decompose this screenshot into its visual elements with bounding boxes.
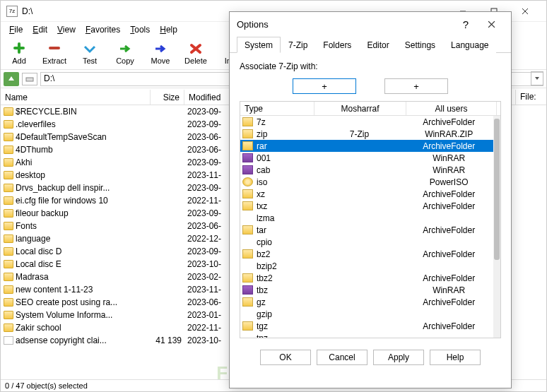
assoc-row[interactable]: gzArchiveFolder — [240, 296, 493, 308]
assoc-header: Type Mosharraf All users — [240, 102, 500, 116]
dialog-close-button[interactable] — [478, 13, 504, 35]
assoc-row[interactable]: tgzArchiveFolder — [240, 320, 493, 332]
assoc-allusers: ArchiveFolder — [404, 249, 493, 259]
path-dropdown[interactable] — [531, 71, 543, 85]
file-modified: 2023-10- — [184, 259, 231, 269]
plus-allusers-button[interactable]: + — [384, 78, 448, 94]
add-button[interactable]: Add — [4, 40, 35, 66]
file-name: System Volume Informa... — [16, 310, 112, 320]
test-button[interactable]: Test — [74, 40, 105, 66]
tab-editor[interactable]: Editor — [359, 37, 396, 53]
menu-file[interactable]: File — [5, 23, 27, 36]
column-modified[interactable]: Modified — [184, 90, 231, 105]
assoc-allusers: ArchiveFolder — [404, 297, 493, 307]
filetype-icon — [242, 309, 253, 319]
assoc-col-user[interactable]: Mosharraf — [314, 102, 406, 115]
menu-view[interactable]: View — [53, 23, 80, 36]
assoc-type: lzma — [255, 213, 314, 223]
file-name: Local disc D — [16, 247, 61, 256]
folder-icon — [4, 222, 13, 230]
file-name: 4DThumb — [16, 145, 53, 155]
help-button[interactable]: Help — [430, 350, 481, 365]
folder-icon — [4, 107, 13, 116]
assoc-row[interactable]: lzma — [240, 212, 493, 224]
file-modified: 2023-09- — [184, 107, 231, 117]
assoc-col-type[interactable]: Type — [240, 102, 314, 115]
assoc-type: txz — [255, 201, 314, 211]
filetype-icon — [242, 333, 253, 338]
tab-system[interactable]: System — [237, 37, 281, 53]
apply-button[interactable]: Apply — [373, 350, 424, 365]
filetype-icon — [242, 117, 253, 126]
filetype-icon — [242, 165, 253, 174]
tab-language[interactable]: Language — [443, 37, 496, 53]
assoc-allusers: WinRAR.ZIP — [404, 129, 493, 139]
up-icon[interactable] — [4, 72, 19, 86]
menu-tools[interactable]: Tools — [126, 23, 154, 36]
move-label: Move — [151, 57, 170, 65]
assoc-row[interactable]: xzArchiveFolder — [240, 188, 493, 200]
assoc-type: bz2 — [255, 249, 314, 259]
file-name: adsense copyright clai... — [16, 335, 107, 345]
menu-edit[interactable]: Edit — [28, 23, 52, 36]
move-button[interactable]: Move — [145, 40, 176, 66]
assoc-row[interactable]: 7zArchiveFolder — [240, 116, 493, 128]
file-modified: 2023-09- — [184, 183, 231, 193]
folder-icon — [4, 285, 13, 294]
file-modified: 2022-11- — [184, 323, 231, 333]
close-button[interactable] — [510, 1, 541, 21]
tab-settings[interactable]: Settings — [397, 37, 443, 53]
assoc-row[interactable]: cabWinRAR — [240, 164, 493, 176]
folder-icon — [4, 133, 13, 141]
assoc-allusers: ArchiveFolder — [404, 117, 493, 127]
test-label: Test — [83, 57, 97, 65]
assoc-scrollbar[interactable] — [493, 116, 500, 338]
assoc-row[interactable]: 001WinRAR — [240, 152, 493, 164]
tab-7zip[interactable]: 7-Zip — [281, 37, 315, 53]
assoc-row[interactable]: tbz2ArchiveFolder — [240, 272, 493, 284]
assoc-allusers: WinRAR — [404, 285, 493, 295]
assoc-type: tbz2 — [255, 273, 314, 283]
assoc-row[interactable]: tarArchiveFolder — [240, 224, 493, 236]
filetype-icon — [242, 261, 253, 271]
assoc-row[interactable]: bzip2 — [240, 260, 493, 272]
assoc-scroll-thumb[interactable] — [494, 119, 500, 260]
extract-button[interactable]: Extract — [39, 40, 70, 66]
ok-button[interactable]: OK — [260, 350, 311, 365]
menu-favorites[interactable]: Favorites — [81, 23, 124, 36]
assoc-row[interactable]: bz2ArchiveFolder — [240, 248, 493, 260]
test-icon — [82, 42, 98, 56]
file-modified: 2023-01- — [184, 310, 231, 320]
folder-icon — [4, 273, 13, 281]
assoc-row[interactable]: gzip — [240, 308, 493, 320]
assoc-row[interactable]: isoPowerISO — [240, 176, 493, 188]
assoc-type: rar — [255, 141, 314, 151]
column-size[interactable]: Size — [151, 90, 184, 105]
dialog-body: Associate 7-Zip with: + + Type Mosharraf… — [230, 53, 511, 369]
assoc-user: 7-Zip — [314, 129, 405, 139]
menu-help[interactable]: Help — [155, 23, 182, 36]
plus-user-button[interactable]: + — [293, 78, 356, 94]
drive-icon[interactable] — [22, 73, 37, 85]
column-name[interactable]: Name — [1, 90, 151, 105]
assoc-col-allusers[interactable]: All users — [406, 102, 497, 115]
assoc-row[interactable]: tpz — [240, 332, 493, 338]
copy-button[interactable]: Copy — [110, 40, 141, 66]
delete-button[interactable]: Delete — [180, 40, 211, 66]
assoc-row[interactable]: rarArchiveFolder — [240, 140, 493, 152]
folder-icon — [4, 323, 13, 332]
tab-folders[interactable]: Folders — [315, 37, 359, 53]
filetype-icon — [242, 129, 253, 138]
folder-icon — [4, 145, 13, 154]
file-modified: 2023-06- — [184, 132, 231, 142]
assoc-row[interactable]: tbzWinRAR — [240, 284, 493, 296]
assoc-row[interactable]: zip7-ZipWinRAR.ZIP — [240, 128, 493, 140]
file-modified: 2023-10- — [184, 335, 231, 345]
folder-icon — [4, 209, 13, 218]
assoc-row[interactable]: cpio — [240, 236, 493, 248]
cancel-button[interactable]: Cancel — [317, 350, 367, 365]
column-file[interactable]: File: — [516, 90, 546, 105]
dialog-title: Options — [237, 19, 453, 30]
help-icon[interactable]: ? — [453, 13, 478, 35]
assoc-row[interactable]: txzArchiveFolder — [240, 200, 493, 212]
